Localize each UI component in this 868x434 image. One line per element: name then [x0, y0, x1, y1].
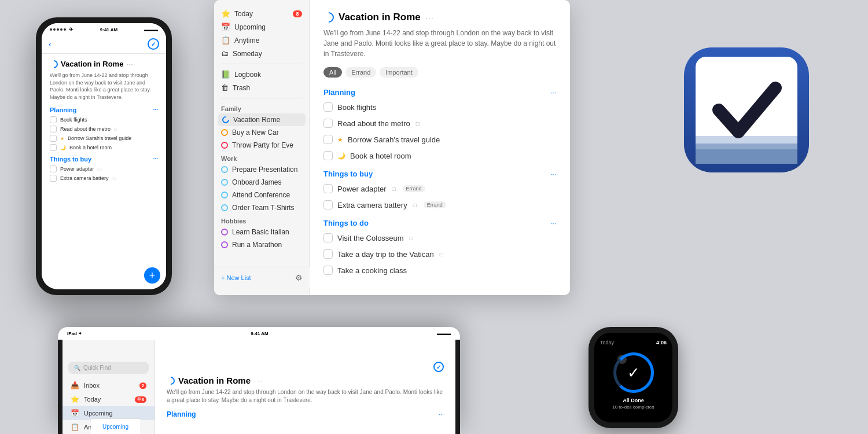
things-buy-section-title: Things to buy	[323, 170, 373, 178]
watch-all-done-text: All Done	[623, 398, 644, 403]
sidebar-item-throw-party[interactable]: Throw Party for Eve	[214, 139, 309, 152]
note-icon-camera-battery: □	[413, 202, 417, 208]
phone-planning-more[interactable]: ···	[153, 106, 158, 113]
checkbox-metro[interactable]	[323, 119, 333, 128]
planning-more-button[interactable]: ···	[550, 89, 556, 97]
ipad-nav-today[interactable]: ⭐ Today ①8	[62, 392, 155, 406]
ipad-task-desc: We'll go from June 14-22 and stop throug…	[167, 388, 444, 404]
sidebar-item-anytime[interactable]: 📋 Anytime	[214, 34, 309, 47]
sidebar-item-learn-italian[interactable]: Learn Basic Italian	[214, 226, 309, 238]
phone-checkbox-5[interactable]	[50, 165, 57, 172]
ipad-bottom-upcoming-label: Upcoming	[102, 424, 128, 430]
main-task-header: Vacation in Rome ···	[323, 12, 556, 23]
sidebar-item-upcoming[interactable]: 📅 Upcoming	[214, 20, 309, 34]
sidebar-item-prepare-pres[interactable]: Prepare Presentation	[214, 163, 309, 176]
watch-screen: Today 4:06 + ✓ All Done 10 to-dos comple…	[594, 333, 672, 422]
sidebar-wrapper: ⭐ Today 8 📅 Upcoming 📋 Anytime 🗂 Someday	[214, 7, 309, 288]
filter-icon[interactable]: ⚙	[295, 273, 303, 282]
ipad-task-circle-icon	[165, 375, 176, 387]
moon-icon-1: 🌙	[60, 145, 66, 150]
sidebar-prepare-pres-label: Prepare Presentation	[232, 165, 302, 174]
sidebar-item-run-marathon[interactable]: Run a Marathon	[214, 238, 309, 251]
ipad-nav-inbox[interactable]: 📥 Inbox 2	[62, 378, 155, 392]
sidebar-items: ⭐ Today 8 📅 Upcoming 📋 Anytime 🗂 Someday	[214, 7, 309, 288]
ipad-search-bar[interactable]: 🔍 Quick Find	[68, 362, 149, 374]
checkbox-power-adapter[interactable]	[323, 184, 333, 193]
sidebar-item-vacation-rome[interactable]: Vacation Rome	[218, 113, 306, 126]
phone-task-title: Vacation in Rome	[61, 60, 123, 68]
sidebar-trash-label: Trash	[233, 84, 302, 92]
phone-checkbox-3[interactable]	[50, 135, 57, 142]
watch-count-text: 10 to-dos completed	[612, 404, 654, 410]
tag-errand-1: Errand	[403, 185, 425, 192]
sidebar-upcoming-label: Upcoming	[234, 23, 302, 31]
note-icon-3: □○	[112, 176, 117, 181]
todo-hotel: 🌙 Book a hotel room	[323, 150, 556, 161]
todo-metro: Read about the metro □	[323, 117, 556, 129]
ipad-complete-button[interactable]: ✓	[433, 362, 444, 372]
checkbox-hotel[interactable]	[323, 151, 333, 160]
phone-mockup: ✈ 9:41 AM ▬▬▬ ‹ Vacation in Rome ··· We'…	[36, 17, 172, 295]
sidebar-item-order-tshirts[interactable]: Order Team T-Shirts	[214, 201, 309, 214]
complete-button[interactable]	[148, 38, 159, 50]
filter-tab-important[interactable]: Important	[380, 67, 418, 78]
todo-power-adapter: Power adapter □ Errand	[323, 183, 556, 194]
sidebar-item-logbook[interactable]: 📗 Logbook	[214, 68, 309, 81]
phone-signal: ✈	[50, 27, 73, 32]
sidebar-item-someday[interactable]: 🗂 Someday	[214, 47, 309, 60]
new-list-button[interactable]: + New List	[221, 274, 251, 281]
filter-tab-all[interactable]: All	[323, 67, 342, 78]
phone-checkbox-6[interactable]	[50, 175, 57, 182]
sidebar-item-attend-conf[interactable]: Attend Conference	[214, 189, 309, 201]
add-task-button[interactable]: +	[144, 267, 160, 284]
phone-checkbox-1[interactable]	[50, 116, 57, 123]
ipad-planning-more[interactable]: ···	[439, 411, 444, 418]
things-buy-more-button[interactable]: ···	[550, 170, 556, 178]
watch-mockup: Today 4:06 + ✓ All Done 10 to-dos comple…	[589, 327, 678, 428]
checkbox-vatican[interactable]	[323, 249, 333, 259]
phone-things-buy-more[interactable]: ···	[153, 156, 158, 163]
phone-task-header: Vacation in Rome ···	[50, 60, 158, 68]
back-button[interactable]: ‹	[49, 39, 52, 49]
phone-todo-metro: Read about the metro □	[50, 126, 158, 133]
things-do-more-button[interactable]: ···	[550, 219, 556, 227]
note-icon-1: □	[114, 127, 117, 132]
sidebar-item-today[interactable]: ⭐ Today 8	[214, 7, 309, 20]
learn-italian-circle	[221, 229, 228, 236]
ipad-more-button[interactable]: ···	[258, 377, 263, 384]
checkbox-colosseum[interactable]	[323, 233, 333, 242]
sidebar-attend-conf-label: Attend Conference	[232, 191, 302, 199]
attend-conf-circle	[221, 192, 228, 198]
phone-main-content: Vacation in Rome ··· We'll go from June …	[42, 54, 166, 289]
sidebar-today-label: Today	[234, 10, 289, 18]
sidebar-item-trash[interactable]: 🗑 Trash	[214, 81, 309, 94]
todo-camera-battery: Extra camera battery □ Errand	[323, 199, 556, 211]
star-icon-travel-guide: ★	[337, 136, 343, 144]
sidebar-footer: + New List ⚙	[214, 267, 310, 288]
checkbox-book-flights[interactable]	[323, 102, 333, 112]
todo-book-flights: Book flights	[323, 101, 556, 113]
sidebar-run-marathon-label: Run a Marathon	[232, 241, 302, 249]
ipad-bottom-upcoming[interactable]: Upcoming	[91, 418, 140, 434]
phone-checkbox-4[interactable]	[50, 144, 57, 151]
filter-tab-errand[interactable]: Errand	[345, 67, 376, 78]
ipad-today-badge: ①8	[135, 396, 146, 403]
phone-planning-section: Planning ···	[50, 106, 158, 113]
sidebar-item-onboard-james[interactable]: Onboard James	[214, 176, 309, 189]
checkbox-travel-guide[interactable]	[323, 135, 333, 144]
phone-more-button[interactable]: ···	[126, 61, 133, 68]
phone-checkbox-2[interactable]	[50, 126, 57, 133]
sidebar-item-buy-car[interactable]: Buy a New Car	[214, 126, 309, 139]
checkbox-cooking[interactable]	[323, 266, 333, 275]
phone-task-desc: We'll go from June 14-22 and stop throug…	[50, 72, 158, 101]
checkbox-camera-battery[interactable]	[323, 200, 333, 209]
main-task-title: Vacation in Rome	[339, 12, 421, 23]
moon-icon-hotel: 🌙	[337, 152, 345, 160]
note-icon-vatican: □	[440, 251, 443, 258]
main-task-circle-icon	[321, 10, 336, 24]
main-more-button[interactable]: ···	[425, 13, 434, 22]
phone-things-buy-label: Things to buy	[50, 156, 91, 163]
things-buy-section-header: Things to buy ···	[323, 170, 556, 178]
todo-travel-guide: ★ Borrow Sarah's travel guide	[323, 134, 556, 145]
sidebar-vacation-rome-label: Vacation Rome	[233, 116, 301, 124]
